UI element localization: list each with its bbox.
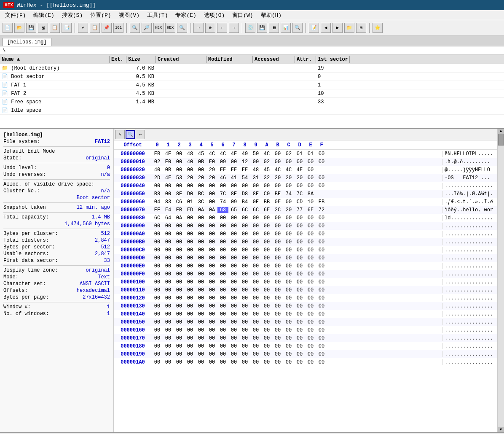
hex-byte-19-14[interactable]: 00: [305, 303, 316, 309]
hex-byte-3-6[interactable]: 46: [217, 175, 228, 181]
hex-byte-7-15[interactable]: 72: [316, 207, 327, 213]
hex-byte-6-1[interactable]: 83: [163, 199, 174, 205]
hex-byte-8-2[interactable]: 0A: [174, 215, 185, 221]
toolbar-star-btn[interactable]: ⭐: [373, 23, 383, 33]
hex-byte-6-8[interactable]: B4: [239, 199, 250, 205]
hex-byte-17-13[interactable]: 00: [294, 287, 305, 293]
hex-byte-22-14[interactable]: 00: [305, 327, 316, 333]
hex-byte-17-14[interactable]: 00: [305, 287, 316, 293]
hex-byte-24-15[interactable]: 00: [316, 343, 327, 349]
hex-byte-1-11[interactable]: 00: [272, 159, 283, 165]
hex-byte-24-8[interactable]: 00: [239, 343, 250, 349]
hex-byte-21-3[interactable]: 00: [185, 319, 196, 325]
hex-byte-26-6[interactable]: 00: [217, 359, 228, 365]
hex-byte-26-1[interactable]: 00: [163, 359, 174, 365]
hex-byte-22-8[interactable]: 00: [239, 327, 250, 333]
hex-byte-4-10[interactable]: 00: [261, 183, 272, 189]
hex-byte-10-14[interactable]: 00: [305, 231, 316, 237]
hex-byte-13-3[interactable]: 00: [185, 255, 196, 261]
hex-byte-25-12[interactable]: 00: [283, 351, 294, 357]
hex-search-btn[interactable]: 🔍: [126, 130, 135, 139]
hex-byte-12-15[interactable]: 00: [316, 247, 327, 253]
hex-byte-7-9[interactable]: 6C: [250, 207, 261, 213]
hex-byte-3-0[interactable]: 2D: [152, 175, 163, 181]
hex-byte-2-6[interactable]: FF: [217, 167, 228, 173]
hex-byte-25-14[interactable]: 00: [305, 351, 316, 357]
hex-byte-9-9[interactable]: 00: [250, 223, 261, 229]
hex-byte-10-13[interactable]: 00: [294, 231, 305, 237]
hex-byte-5-3[interactable]: D0: [185, 191, 196, 197]
hex-byte-19-7[interactable]: 00: [228, 303, 239, 309]
file-list-row-2[interactable]: 📄 FAT 1 4.5 KB 1: [0, 81, 504, 89]
hex-byte-17-1[interactable]: 00: [163, 287, 174, 293]
hex-byte-24-1[interactable]: 00: [163, 343, 174, 349]
hex-byte-2-11[interactable]: 4C: [272, 167, 283, 173]
hex-byte-16-11[interactable]: 00: [272, 279, 283, 285]
hex-byte-18-2[interactable]: 00: [174, 295, 185, 301]
hex-byte-25-10[interactable]: 00: [261, 351, 272, 357]
hex-byte-1-13[interactable]: 00: [294, 159, 305, 165]
hex-byte-9-2[interactable]: 00: [174, 223, 185, 229]
hex-byte-16-9[interactable]: 00: [250, 279, 261, 285]
menu-search[interactable]: 搜索(S): [59, 11, 86, 20]
hex-row-17[interactable]: 0000011000000000000000000000000000000000…: [114, 286, 497, 294]
hex-byte-20-6[interactable]: 00: [217, 311, 228, 317]
hex-byte-16-1[interactable]: 00: [163, 279, 174, 285]
hex-byte-2-0[interactable]: 40: [152, 167, 163, 173]
hex-byte-8-10[interactable]: 00: [261, 215, 272, 221]
toolbar-btn21[interactable]: 🖥: [269, 23, 279, 33]
hex-byte-26-9[interactable]: 00: [250, 359, 261, 365]
hex-byte-14-5[interactable]: 00: [206, 263, 217, 269]
hex-byte-8-7[interactable]: 00: [228, 215, 239, 221]
hex-byte-0-10[interactable]: 4C: [261, 151, 272, 157]
toolbar-undo-btn[interactable]: ↩: [78, 23, 88, 33]
hex-byte-22-3[interactable]: 00: [185, 327, 196, 333]
hex-byte-14-7[interactable]: 00: [228, 263, 239, 269]
toolbar-btn14[interactable]: HEX: [165, 23, 175, 33]
hex-byte-6-7[interactable]: 09: [228, 199, 239, 205]
hex-byte-13-2[interactable]: 00: [174, 255, 185, 261]
hex-byte-13-6[interactable]: 00: [217, 255, 228, 261]
hex-byte-19-0[interactable]: 00: [152, 303, 163, 309]
hex-byte-3-8[interactable]: 54: [239, 175, 250, 181]
menu-view[interactable]: 视图(V): [115, 11, 143, 20]
hex-byte-11-10[interactable]: 00: [261, 239, 272, 245]
hex-byte-15-12[interactable]: 00: [283, 271, 294, 277]
hex-byte-11-15[interactable]: 00: [316, 239, 327, 245]
hex-byte-26-10[interactable]: 00: [261, 359, 272, 365]
hex-byte-25-2[interactable]: 00: [174, 351, 185, 357]
hex-byte-19-15[interactable]: 00: [316, 303, 327, 309]
hex-byte-18-11[interactable]: 00: [272, 295, 283, 301]
hex-byte-0-3[interactable]: 48: [185, 151, 196, 157]
hex-byte-12-4[interactable]: 00: [196, 247, 206, 253]
hex-byte-17-11[interactable]: 00: [272, 287, 283, 293]
hex-byte-16-6[interactable]: 00: [217, 279, 228, 285]
hex-byte-23-2[interactable]: 00: [174, 335, 185, 341]
scrollbar-up-btn[interactable]: ▲: [498, 129, 504, 134]
hex-byte-15-13[interactable]: 00: [294, 271, 305, 277]
hex-byte-23-0[interactable]: 00: [152, 335, 163, 341]
hex-byte-3-10[interactable]: 32: [261, 175, 272, 181]
hex-byte-5-4[interactable]: BC: [196, 191, 206, 197]
hex-byte-23-12[interactable]: 00: [283, 335, 294, 341]
hex-byte-19-5[interactable]: 00: [206, 303, 217, 309]
hex-byte-0-4[interactable]: 45: [196, 151, 206, 157]
hex-byte-2-14[interactable]: 00: [305, 167, 316, 173]
hex-byte-12-7[interactable]: 00: [228, 247, 239, 253]
hex-byte-15-1[interactable]: 00: [163, 271, 174, 277]
hex-byte-8-3[interactable]: 00: [185, 215, 196, 221]
hex-byte-4-15[interactable]: 00: [316, 183, 327, 189]
hex-byte-2-8[interactable]: FF: [239, 167, 250, 173]
hex-byte-22-11[interactable]: 00: [272, 327, 283, 333]
hex-byte-24-5[interactable]: 00: [206, 343, 217, 349]
hex-byte-23-9[interactable]: 00: [250, 335, 261, 341]
hex-byte-18-12[interactable]: 00: [283, 295, 294, 301]
hex-byte-4-7[interactable]: 00: [228, 183, 239, 189]
hex-byte-7-12[interactable]: 20: [283, 207, 294, 213]
hex-byte-10-9[interactable]: 00: [250, 231, 261, 237]
hex-row-20[interactable]: 0000014000000000000000000000000000000000…: [114, 310, 497, 318]
toolbar-btn13[interactable]: HEX: [153, 23, 164, 33]
hex-byte-12-0[interactable]: 00: [152, 247, 163, 253]
hex-byte-22-5[interactable]: 00: [206, 327, 217, 333]
hex-byte-25-11[interactable]: 00: [272, 351, 283, 357]
